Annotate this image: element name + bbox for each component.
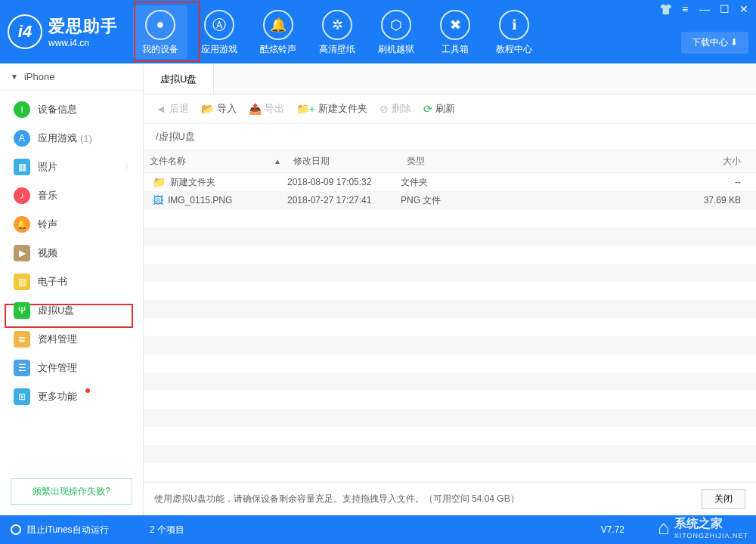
box-icon: ⬡ — [381, 10, 411, 40]
device-dropdown[interactable]: ▼ iPhone — [0, 63, 143, 91]
sidebar-icon-7: Ψ — [14, 302, 30, 319]
export-button[interactable]: 📤导出 — [249, 102, 284, 116]
sidebar-item-4[interactable]: 🔔铃声 — [0, 210, 143, 239]
col-date[interactable]: 修改日期 — [287, 150, 401, 172]
refresh-button[interactable]: ⟳刷新 — [423, 102, 455, 116]
download-center-button[interactable]: 下载中心 ⬇ — [681, 32, 748, 54]
col-size[interactable]: 大小 — [514, 150, 756, 172]
sidebar-icon-4: 🔔 — [14, 216, 30, 233]
app-icon: Ⓐ — [204, 10, 234, 40]
nav-tools[interactable]: ✖工具箱 — [428, 5, 482, 59]
logo[interactable]: i4 爱思助手 www.i4.cn — [8, 14, 118, 49]
nav-bell[interactable]: 🔔酷炫铃声 — [251, 5, 305, 59]
sidebar-item-6[interactable]: ▥电子书 — [0, 267, 143, 296]
sidebar-item-0[interactable]: i设备信息 — [0, 95, 143, 124]
watermark: ⌂ 系统之家 XITONGZHIJIA.NET — [658, 516, 748, 539]
table-row — [144, 463, 756, 481]
image-icon: 🖼 — [153, 194, 163, 206]
sort-asc-icon: ▲ — [274, 157, 281, 165]
menu-icon[interactable]: ≡ — [677, 3, 692, 15]
main-panel: 虚拟U盘 ◄后退 📂导入 📤导出 📁+新建文件夹 ⊘删除 ⟳刷新 /虚拟U盘 文… — [144, 63, 756, 515]
table-row — [144, 264, 756, 282]
house-icon: ⌂ — [658, 516, 670, 539]
sidebar-item-8[interactable]: ≣资料管理 — [0, 325, 143, 354]
import-button[interactable]: 📂导入 — [201, 102, 237, 116]
back-icon: ◄ — [156, 103, 166, 115]
shirt-icon[interactable]: 👕 — [658, 3, 673, 15]
table-row[interactable]: 🖼IMG_0115.PNG2018-07-27 17:27:41PNG 文件37… — [144, 191, 756, 209]
sidebar: ▼ iPhone i设备信息A应用游戏(1)▦照片〉♪音乐🔔铃声▶视频▥电子书Ψ… — [0, 63, 144, 515]
sidebar-icon-8: ≣ — [14, 331, 30, 348]
export-icon: 📤 — [249, 103, 262, 115]
sidebar-item-10[interactable]: ⊞更多功能 — [0, 382, 143, 411]
delete-button[interactable]: ⊘删除 — [380, 102, 411, 116]
nav-box[interactable]: ⬡刷机越狱 — [369, 5, 423, 59]
folder-icon: 📁 — [153, 176, 166, 188]
table-row — [144, 282, 756, 300]
status-bar: 阻止iTunes自动运行 2 个项目 V7.72 ⌂ 系统之家 XITONGZH… — [0, 515, 756, 544]
new-folder-icon: 📁+ — [296, 103, 315, 115]
sidebar-icon-1: A — [14, 130, 30, 147]
sidebar-icon-6: ▥ — [14, 274, 30, 290]
table-row — [144, 227, 756, 246]
table-row[interactable]: 📁新建文件夹2018-08-09 17:05:32文件夹-- — [144, 173, 756, 191]
itunes-toggle-label[interactable]: 阻止iTunes自动运行 — [27, 524, 109, 536]
sidebar-icon-3: ♪ — [14, 187, 30, 204]
tabs: 虚拟U盘 — [144, 63, 756, 94]
app-url: www.i4.cn — [48, 38, 118, 48]
sidebar-item-9[interactable]: ☰文件管理 — [0, 354, 143, 382]
sidebar-item-3[interactable]: ♪音乐 — [0, 181, 143, 210]
table-row — [144, 354, 756, 372]
table-row — [144, 209, 756, 227]
refresh-icon: ⟳ — [423, 103, 432, 115]
item-count: 2 个项目 — [150, 524, 184, 536]
sidebar-icon-9: ☰ — [14, 360, 30, 376]
bell-icon: 🔔 — [263, 10, 293, 40]
new-folder-button[interactable]: 📁+新建文件夹 — [296, 102, 367, 116]
close-panel-button[interactable]: 关闭 — [702, 489, 745, 509]
table-row — [144, 372, 756, 391]
file-grid: 文件名称▲ 修改日期 类型 大小 📁新建文件夹2018-08-09 17:05:… — [144, 150, 756, 482]
table-row — [144, 318, 756, 336]
chevron-down-icon: ▼ — [11, 73, 18, 81]
nav-apple[interactable]: ●我的设备 — [133, 5, 187, 59]
table-row — [144, 409, 756, 427]
table-row — [144, 427, 756, 445]
help-link[interactable]: 频繁出现操作失败? — [11, 478, 132, 505]
tools-icon: ✖ — [440, 10, 470, 40]
back-button[interactable]: ◄后退 — [156, 102, 189, 116]
grid-header: 文件名称▲ 修改日期 类型 大小 — [144, 150, 756, 173]
col-type[interactable]: 类型 — [401, 150, 514, 172]
table-row — [144, 391, 756, 409]
sidebar-icon-2: ▦ — [14, 159, 30, 175]
nav-info[interactable]: ℹ教程中心 — [487, 5, 541, 59]
col-name[interactable]: 文件名称▲ — [144, 150, 287, 172]
import-icon: 📂 — [201, 103, 214, 115]
sidebar-item-5[interactable]: ▶视频 — [0, 239, 143, 267]
maximize-button[interactable]: ☐ — [717, 3, 732, 15]
table-row — [144, 336, 756, 354]
top-nav: ●我的设备Ⓐ应用游戏🔔酷炫铃声✲高清壁纸⬡刷机越狱✖工具箱ℹ教程中心 — [133, 5, 541, 59]
table-row — [144, 300, 756, 318]
notice-text: 使用虚拟U盘功能，请确保设备剩余容量充足。支持拖拽导入文件。（可用空间 54.0… — [154, 493, 519, 505]
sidebar-item-7[interactable]: Ψ虚拟U盘 — [0, 296, 143, 325]
toolbar: ◄后退 📂导入 📤导出 📁+新建文件夹 ⊘删除 ⟳刷新 — [144, 94, 756, 124]
sidebar-icon-0: i — [14, 101, 30, 118]
header: i4 爱思助手 www.i4.cn ●我的设备Ⓐ应用游戏🔔酷炫铃声✲高清壁纸⬡刷… — [0, 0, 756, 63]
sidebar-icon-10: ⊞ — [14, 388, 30, 405]
version-label: V7.72 — [601, 524, 624, 535]
delete-icon: ⊘ — [380, 103, 389, 115]
sidebar-item-2[interactable]: ▦照片〉 — [0, 153, 143, 181]
close-button[interactable]: ✕ — [736, 3, 751, 15]
minimize-button[interactable]: — — [697, 3, 712, 15]
info-icon: ℹ — [499, 10, 529, 40]
tab-virtual-udisk[interactable]: 虚拟U盘 — [144, 63, 214, 94]
nav-app[interactable]: Ⓐ应用游戏 — [192, 5, 246, 59]
chevron-right-icon: 〉 — [125, 162, 132, 172]
sidebar-item-1[interactable]: A应用游戏(1) — [0, 124, 143, 153]
nav-flower[interactable]: ✲高清壁纸 — [310, 5, 364, 59]
path-bar[interactable]: /虚拟U盘 — [144, 124, 756, 150]
app-title: 爱思助手 — [48, 15, 118, 38]
logo-icon: i4 — [8, 14, 42, 49]
radio-icon[interactable] — [11, 524, 21, 535]
